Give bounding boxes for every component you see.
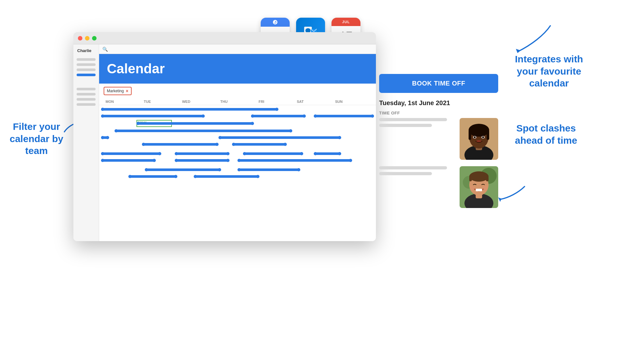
person-bar-3 xyxy=(379,166,447,169)
maximize-button[interactable] xyxy=(92,36,97,41)
gantt-row xyxy=(101,158,374,163)
gantt-row xyxy=(101,106,374,112)
sidebar-nav-item[interactable] xyxy=(77,68,96,71)
minimize-button[interactable] xyxy=(85,36,89,41)
gantt-bar xyxy=(243,152,303,155)
person-avatar-2 xyxy=(460,166,498,208)
svg-marker-1 xyxy=(516,49,521,53)
sidebar-nav-item[interactable] xyxy=(77,63,96,66)
svg-point-3 xyxy=(273,20,277,24)
gantt-bar xyxy=(314,152,341,155)
sidebar-nav-item-active[interactable] xyxy=(77,74,96,76)
gantt-row xyxy=(101,135,374,140)
svg-rect-31 xyxy=(476,189,482,191)
google-logo-small xyxy=(273,20,278,25)
gantt-bar xyxy=(194,175,259,178)
gantt-bar xyxy=(136,122,254,125)
sidebar: Charlie xyxy=(73,44,99,241)
svg-point-32 xyxy=(470,186,475,190)
day-label-wed: WED xyxy=(180,98,219,105)
person-bar-2 xyxy=(379,124,432,127)
avatar-2-image xyxy=(460,166,498,208)
gantt-bar xyxy=(101,108,278,111)
sidebar-nav-item[interactable] xyxy=(77,93,96,95)
apple-cal-month: JUL xyxy=(342,20,350,24)
book-time-off-button[interactable]: BOOK TIME OFF xyxy=(379,74,498,93)
filter-row: Marketing × xyxy=(99,84,376,98)
integrates-annotation: Integrates with your favourite calendar xyxy=(515,53,583,89)
calendar-days-header: MON TUE WED THU FRI SAT SUN xyxy=(99,98,376,105)
person-bar-4 xyxy=(379,172,432,175)
sidebar-nav-item[interactable] xyxy=(77,58,96,61)
day-label-tue: TUE xyxy=(142,98,180,105)
gantt-row xyxy=(101,167,374,173)
search-bar: 🔍 xyxy=(99,44,376,54)
gantt-bar xyxy=(232,143,287,146)
day-label-mon: MON xyxy=(104,98,142,105)
gantt-row xyxy=(101,128,374,134)
gantt-bar xyxy=(101,159,156,162)
person-avatar-1 xyxy=(460,118,498,160)
filter-annotation: Filter your calendar by team xyxy=(10,121,63,157)
gantt-bar xyxy=(175,159,229,162)
gantt-bar xyxy=(175,152,229,155)
person-row-2 xyxy=(379,166,498,208)
person-info-2 xyxy=(379,166,454,175)
gantt-row xyxy=(101,174,374,179)
calendar-header: Calendar xyxy=(99,54,376,84)
spot-clashes-annotation: Spot clashes ahead of time xyxy=(515,122,577,146)
gantt-bar xyxy=(101,136,109,139)
gantt-row xyxy=(101,113,374,119)
gantt-bar xyxy=(238,168,300,171)
search-icon: 🔍 xyxy=(102,47,108,52)
gantt-area: TODAY xyxy=(99,105,376,182)
gantt-row-today: TODAY xyxy=(101,120,374,127)
mac-window: Charlie 🔍 Calendar xyxy=(73,32,376,241)
svg-marker-2 xyxy=(498,197,501,202)
gantt-bar xyxy=(101,115,205,117)
gantt-bar xyxy=(115,130,292,132)
day-label-thu: THU xyxy=(219,98,257,105)
person-bar-1 xyxy=(379,118,447,121)
svg-rect-15 xyxy=(469,130,471,140)
day-label-fri: FRI xyxy=(257,98,295,105)
arrow-right-bottom xyxy=(496,180,528,206)
svg-point-21 xyxy=(476,140,481,142)
avatar-1-image xyxy=(460,118,498,160)
gantt-bar xyxy=(101,152,161,155)
gantt-bar xyxy=(128,175,178,178)
right-panel: BOOK TIME OFF Tuesday, 1st June 2021 TIM… xyxy=(379,74,498,214)
svg-point-20 xyxy=(482,136,484,138)
filter-tag-marketing[interactable]: Marketing × xyxy=(104,87,132,95)
filter-tag-close[interactable]: × xyxy=(126,88,128,94)
gantt-bar xyxy=(145,168,221,171)
svg-point-19 xyxy=(474,136,476,138)
svg-point-28 xyxy=(469,171,489,182)
sidebar-nav-item[interactable] xyxy=(77,98,96,101)
day-label-sat: SAT xyxy=(295,98,333,105)
svg-point-33 xyxy=(483,186,488,190)
svg-point-14 xyxy=(469,124,489,137)
person-info-1 xyxy=(379,118,454,127)
gantt-bar xyxy=(219,136,341,139)
filter-tag-label: Marketing xyxy=(107,89,124,93)
main-content: 🔍 Calendar Marketing × MON xyxy=(99,44,376,241)
gantt-row xyxy=(101,141,374,147)
svg-rect-4 xyxy=(275,22,276,22)
arrow-right-top xyxy=(505,19,557,58)
close-button[interactable] xyxy=(78,36,82,41)
svg-rect-16 xyxy=(487,130,489,140)
sidebar-nav-item[interactable] xyxy=(77,88,96,90)
mac-titlebar xyxy=(73,32,376,44)
gantt-row xyxy=(101,151,374,157)
calendar-title: Calendar xyxy=(107,61,368,77)
gantt-bar xyxy=(251,115,306,117)
time-off-label: TIME OFF xyxy=(379,111,498,115)
gantt-bar xyxy=(238,159,352,162)
app-title: Charlie xyxy=(77,48,96,53)
person-row-1 xyxy=(379,118,498,160)
search-input[interactable] xyxy=(108,47,373,51)
gantt-bar xyxy=(142,143,218,146)
mac-content: Charlie 🔍 Calendar xyxy=(73,44,376,241)
sidebar-nav-item[interactable] xyxy=(77,103,96,106)
